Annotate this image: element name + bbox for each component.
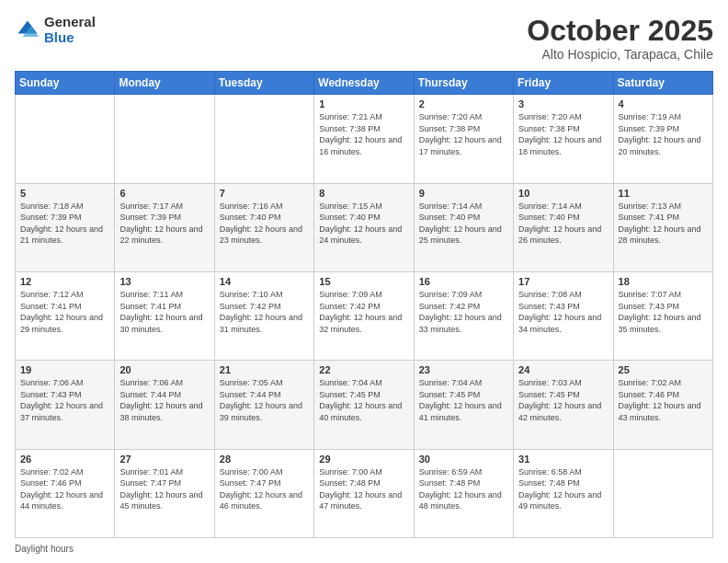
day-info: Sunrise: 6:59 AM Sunset: 7:48 PM Dayligh… (419, 466, 508, 512)
day-info: Sunrise: 7:03 AM Sunset: 7:45 PM Dayligh… (518, 377, 608, 423)
calendar-cell: 11Sunrise: 7:13 AM Sunset: 7:41 PM Dayli… (613, 183, 712, 271)
day-number: 15 (319, 276, 408, 287)
day-info: Sunrise: 7:04 AM Sunset: 7:45 PM Dayligh… (319, 377, 408, 423)
calendar-cell: 10Sunrise: 7:14 AM Sunset: 7:40 PM Dayli… (514, 183, 613, 271)
calendar-cell: 24Sunrise: 7:03 AM Sunset: 7:45 PM Dayli… (514, 361, 613, 449)
calendar-cell: 2Sunrise: 7:20 AM Sunset: 7:38 PM Daylig… (414, 95, 513, 183)
day-of-week-header: Thursday (414, 72, 513, 95)
day-info: Sunrise: 7:17 AM Sunset: 7:39 PM Dayligh… (119, 201, 209, 247)
calendar-cell: 25Sunrise: 7:02 AM Sunset: 7:46 PM Dayli… (613, 361, 712, 449)
day-number: 6 (119, 188, 209, 199)
day-number: 3 (518, 98, 608, 109)
calendar-cell (115, 95, 214, 183)
calendar-cell: 30Sunrise: 6:59 AM Sunset: 7:48 PM Dayli… (414, 449, 513, 537)
day-number: 13 (119, 276, 209, 287)
day-number: 5 (20, 188, 109, 199)
day-info: Sunrise: 7:07 AM Sunset: 7:43 PM Dayligh… (619, 289, 708, 335)
day-number: 21 (220, 364, 309, 375)
day-of-week-header: Friday (514, 72, 613, 95)
day-info: Sunrise: 7:08 AM Sunset: 7:43 PM Dayligh… (518, 289, 608, 335)
calendar-cell: 29Sunrise: 7:00 AM Sunset: 7:48 PM Dayli… (314, 449, 414, 537)
calendar-cell: 28Sunrise: 7:00 AM Sunset: 7:47 PM Dayli… (214, 449, 313, 537)
day-number: 31 (518, 454, 608, 465)
calendar-cell: 23Sunrise: 7:04 AM Sunset: 7:45 PM Dayli… (414, 361, 513, 449)
day-number: 23 (419, 364, 508, 375)
day-info: Sunrise: 7:06 AM Sunset: 7:44 PM Dayligh… (119, 377, 209, 423)
day-number: 17 (518, 276, 608, 287)
day-info: Sunrise: 7:12 AM Sunset: 7:41 PM Dayligh… (20, 289, 109, 335)
day-number: 22 (319, 364, 408, 375)
calendar-cell: 14Sunrise: 7:10 AM Sunset: 7:42 PM Dayli… (214, 271, 313, 360)
day-number: 26 (20, 454, 109, 465)
calendar-cell: 22Sunrise: 7:04 AM Sunset: 7:45 PM Dayli… (314, 361, 414, 449)
title-block: October 2025 Alto Hospicio, Tarapaca, Ch… (527, 15, 713, 62)
calendar-week-row: 26Sunrise: 7:02 AM Sunset: 7:46 PM Dayli… (16, 449, 713, 537)
day-info: Sunrise: 7:20 AM Sunset: 7:38 PM Dayligh… (419, 111, 508, 157)
day-info: Sunrise: 7:00 AM Sunset: 7:47 PM Dayligh… (220, 466, 309, 512)
day-number: 2 (419, 98, 508, 109)
day-number: 16 (419, 276, 508, 287)
logo: General Blue (15, 15, 96, 45)
day-info: Sunrise: 7:14 AM Sunset: 7:40 PM Dayligh… (419, 201, 508, 247)
day-number: 1 (319, 98, 408, 109)
day-info: Sunrise: 7:04 AM Sunset: 7:45 PM Dayligh… (419, 377, 508, 423)
calendar-cell: 1Sunrise: 7:21 AM Sunset: 7:38 PM Daylig… (314, 95, 414, 183)
day-of-week-header: Wednesday (314, 72, 414, 95)
logo-icon (15, 17, 40, 43)
day-number: 28 (220, 454, 309, 465)
day-of-week-header: Saturday (613, 72, 712, 95)
day-info: Sunrise: 7:00 AM Sunset: 7:48 PM Dayligh… (319, 466, 408, 512)
day-info: Sunrise: 7:19 AM Sunset: 7:39 PM Dayligh… (619, 111, 708, 157)
day-number: 12 (20, 276, 109, 287)
calendar-cell: 26Sunrise: 7:02 AM Sunset: 7:46 PM Dayli… (16, 449, 115, 537)
day-info: Sunrise: 7:21 AM Sunset: 7:38 PM Dayligh… (319, 111, 408, 157)
day-number: 18 (619, 276, 708, 287)
header: General Blue October 2025 Alto Hospicio,… (15, 15, 713, 62)
day-info: Sunrise: 6:58 AM Sunset: 7:48 PM Dayligh… (518, 466, 608, 512)
day-info: Sunrise: 7:09 AM Sunset: 7:42 PM Dayligh… (319, 289, 408, 335)
calendar-cell (16, 95, 115, 183)
day-number: 4 (619, 98, 708, 109)
calendar-cell: 12Sunrise: 7:12 AM Sunset: 7:41 PM Dayli… (16, 271, 115, 360)
calendar-cell: 7Sunrise: 7:16 AM Sunset: 7:40 PM Daylig… (214, 183, 313, 271)
calendar-cell: 15Sunrise: 7:09 AM Sunset: 7:42 PM Dayli… (314, 271, 414, 360)
day-number: 19 (20, 364, 109, 375)
day-of-week-header: Sunday (16, 72, 115, 95)
daylight-label: Daylight hours (15, 544, 74, 554)
day-info: Sunrise: 7:06 AM Sunset: 7:43 PM Dayligh… (20, 377, 109, 423)
day-info: Sunrise: 7:02 AM Sunset: 7:46 PM Dayligh… (20, 466, 109, 512)
calendar-header-row: SundayMondayTuesdayWednesdayThursdayFrid… (16, 72, 713, 95)
location-subtitle: Alto Hospicio, Tarapaca, Chile (527, 47, 713, 62)
calendar-week-row: 12Sunrise: 7:12 AM Sunset: 7:41 PM Dayli… (16, 271, 713, 360)
day-number: 20 (119, 364, 209, 375)
day-info: Sunrise: 7:02 AM Sunset: 7:46 PM Dayligh… (619, 377, 708, 423)
day-of-week-header: Tuesday (214, 72, 313, 95)
calendar-cell: 6Sunrise: 7:17 AM Sunset: 7:39 PM Daylig… (115, 183, 214, 271)
calendar-cell: 9Sunrise: 7:14 AM Sunset: 7:40 PM Daylig… (414, 183, 513, 271)
footer: Daylight hours (15, 544, 713, 554)
calendar-cell: 31Sunrise: 6:58 AM Sunset: 7:48 PM Dayli… (514, 449, 613, 537)
day-number: 9 (419, 188, 508, 199)
calendar-cell: 8Sunrise: 7:15 AM Sunset: 7:40 PM Daylig… (314, 183, 414, 271)
day-info: Sunrise: 7:18 AM Sunset: 7:39 PM Dayligh… (20, 201, 109, 247)
logo-text: General Blue (44, 15, 96, 45)
day-number: 14 (220, 276, 309, 287)
calendar-cell: 20Sunrise: 7:06 AM Sunset: 7:44 PM Dayli… (115, 361, 214, 449)
calendar-cell: 18Sunrise: 7:07 AM Sunset: 7:43 PM Dayli… (613, 271, 712, 360)
logo-blue: Blue (44, 30, 96, 46)
logo-general: General (44, 15, 96, 30)
calendar-cell (214, 95, 313, 183)
day-number: 10 (518, 188, 608, 199)
day-number: 8 (319, 188, 408, 199)
day-info: Sunrise: 7:20 AM Sunset: 7:38 PM Dayligh… (518, 111, 608, 157)
calendar-week-row: 5Sunrise: 7:18 AM Sunset: 7:39 PM Daylig… (16, 183, 713, 271)
calendar-cell: 16Sunrise: 7:09 AM Sunset: 7:42 PM Dayli… (414, 271, 513, 360)
calendar-cell: 13Sunrise: 7:11 AM Sunset: 7:41 PM Dayli… (115, 271, 214, 360)
day-info: Sunrise: 7:11 AM Sunset: 7:41 PM Dayligh… (119, 289, 209, 335)
calendar-cell: 17Sunrise: 7:08 AM Sunset: 7:43 PM Dayli… (514, 271, 613, 360)
day-number: 11 (619, 188, 708, 199)
calendar-cell: 21Sunrise: 7:05 AM Sunset: 7:44 PM Dayli… (214, 361, 313, 449)
day-info: Sunrise: 7:05 AM Sunset: 7:44 PM Dayligh… (220, 377, 309, 423)
calendar-cell: 19Sunrise: 7:06 AM Sunset: 7:43 PM Dayli… (16, 361, 115, 449)
day-of-week-header: Monday (115, 72, 214, 95)
